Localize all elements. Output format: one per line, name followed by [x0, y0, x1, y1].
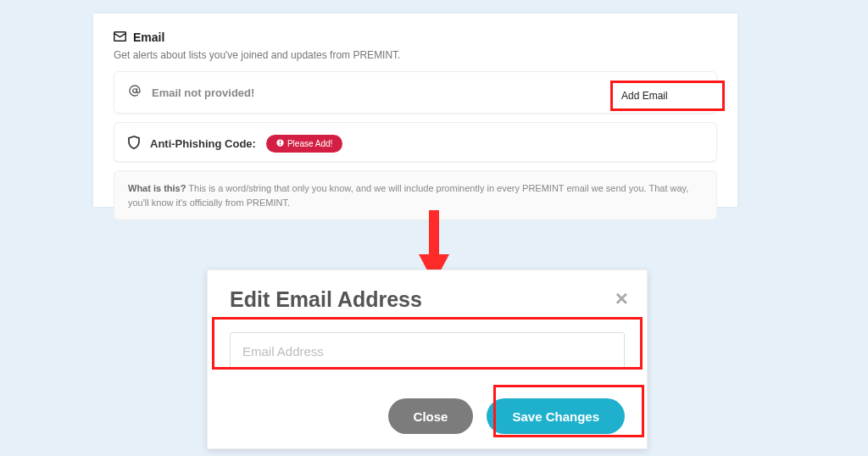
- close-button[interactable]: Close: [388, 398, 474, 434]
- add-email-button[interactable]: Add Email: [610, 81, 725, 111]
- email-not-provided-text: Email not provided!: [152, 86, 254, 99]
- highlight-input: [212, 317, 643, 370]
- at-icon: [128, 84, 142, 101]
- close-icon[interactable]: ×: [615, 286, 628, 312]
- antiphishing-info: What is this? This is a word/string that…: [114, 170, 717, 220]
- highlight-save: [493, 385, 644, 437]
- shield-icon: [128, 136, 140, 153]
- add-email-label: Add Email: [621, 90, 668, 102]
- svg-rect-2: [280, 144, 281, 145]
- svg-rect-3: [429, 210, 439, 256]
- alert-icon: [276, 139, 284, 148]
- info-title: What is this?: [128, 183, 186, 193]
- info-body: This is a word/string that only you know…: [128, 183, 688, 208]
- please-add-button[interactable]: Please Add!: [266, 135, 342, 153]
- please-add-label: Please Add!: [287, 139, 332, 148]
- email-subtext: Get alerts about lists you've joined and…: [114, 49, 717, 61]
- email-heading: Email: [114, 31, 717, 44]
- mail-icon: [114, 31, 126, 44]
- modal-title: Edit Email Address: [230, 287, 625, 312]
- svg-rect-1: [280, 141, 281, 143]
- antiphishing-label: Anti-Phishing Code:: [150, 137, 256, 150]
- antiphishing-row: Anti-Phishing Code: Please Add!: [114, 122, 717, 162]
- email-heading-label: Email: [133, 31, 164, 44]
